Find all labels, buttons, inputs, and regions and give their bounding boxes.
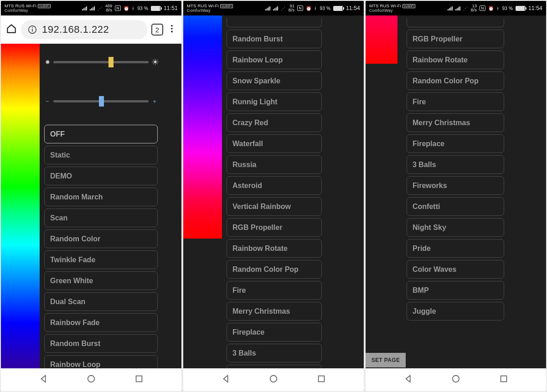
net-speed: 91B/s <box>289 4 295 12</box>
effect-option[interactable]: DEMO <box>44 167 158 185</box>
effect-option[interactable]: Fire <box>227 281 322 300</box>
url-field[interactable]: 192.168.1.222 <box>21 20 148 39</box>
effect-option[interactable]: Rainbow Loop <box>227 51 322 69</box>
svg-rect-1 <box>32 29 33 31</box>
signal-icon <box>273 6 278 10</box>
phone-screen-1: MTS RUS Wi-Fi VoWiFi ComfortWay ⋰ 489 B/… <box>1 1 181 391</box>
nav-back-icon[interactable] <box>221 374 231 386</box>
svg-point-10 <box>453 376 459 382</box>
effect-option[interactable]: Random Color Pop <box>227 260 322 279</box>
battery-pct: 93 % <box>502 6 513 11</box>
nav-home-icon[interactable] <box>451 374 461 386</box>
effect-option[interactable]: Twinkle Fade <box>44 250 158 269</box>
tab-count-button[interactable]: 2 <box>151 24 163 36</box>
brightness-slider[interactable]: ✹ ☀ <box>44 53 158 71</box>
slider-track[interactable] <box>53 100 149 102</box>
effect-option[interactable] <box>227 18 322 27</box>
android-nav-bar <box>183 368 364 391</box>
battery-pct: 93 % <box>137 6 148 11</box>
nav-back-icon[interactable] <box>403 374 413 386</box>
effect-option[interactable]: Random March <box>44 188 158 206</box>
carrier-text: MTS RUS Wi-Fi <box>187 4 219 8</box>
color-spectrum-strip[interactable] <box>366 15 397 64</box>
effect-option[interactable]: Random Burst <box>44 334 158 353</box>
effect-option[interactable]: Confetti <box>407 197 504 216</box>
effect-option[interactable]: Scan <box>44 209 158 227</box>
set-page-button[interactable]: SET PAGE <box>366 353 406 367</box>
effect-option[interactable]: BMP <box>407 281 504 300</box>
effect-option[interactable]: Color Waves <box>407 260 504 279</box>
carrier-sub: ComfortWay <box>5 8 51 13</box>
svg-rect-11 <box>501 376 506 382</box>
effect-option[interactable]: Rainbow Rotate <box>227 239 322 258</box>
svg-point-3 <box>171 25 173 27</box>
slider-track[interactable] <box>53 61 149 63</box>
effect-option[interactable]: Random Color Pop <box>407 71 504 90</box>
nav-back-icon[interactable] <box>39 374 49 386</box>
battery-icon <box>151 6 161 11</box>
url-text: 192.168.1.222 <box>42 24 109 36</box>
effect-option[interactable]: 3 Balls <box>227 344 322 362</box>
effect-option[interactable]: Juggle <box>407 302 504 321</box>
effect-option[interactable]: Fireplace <box>407 134 504 153</box>
effect-option[interactable]: Runnig Light <box>227 92 322 111</box>
nav-home-icon[interactable] <box>268 374 279 386</box>
brightness-low-icon: ✹ <box>44 59 51 66</box>
slider-thumb[interactable] <box>99 96 104 107</box>
carrier-sub: ComfortWay <box>187 8 233 13</box>
effect-option[interactable] <box>407 18 504 27</box>
effect-option[interactable]: Rainbow Fade <box>44 313 158 332</box>
clock: 11:51 <box>164 5 178 11</box>
effect-option[interactable]: Merry Christmas <box>407 113 504 132</box>
vowifi-badge: VoWiFi <box>38 4 50 8</box>
effect-option[interactable]: RGB Propeller <box>227 218 322 237</box>
home-icon[interactable] <box>5 23 17 36</box>
effect-option[interactable]: Merry Christmas <box>227 302 322 321</box>
speed-slider[interactable]: − + <box>44 92 158 110</box>
color-spectrum-strip[interactable] <box>183 15 222 239</box>
effect-option[interactable]: Snow Sparkle <box>227 71 322 90</box>
battery-icon <box>516 6 526 11</box>
effect-list: Random Burst Rainbow Loop Snow Sparkle R… <box>227 18 322 368</box>
effect-option[interactable]: Fireworks <box>407 176 504 195</box>
effect-option[interactable]: Russia <box>227 155 322 174</box>
effect-option[interactable]: RGB Propeller <box>407 30 504 48</box>
phone-screen-2: MTS RUS Wi-Fi VoWiFi ComfortWay ⋰ 91B/s … <box>183 1 364 391</box>
effect-option[interactable]: Fire <box>407 92 504 111</box>
battery-icon <box>333 6 343 11</box>
menu-dots-icon[interactable] <box>167 24 177 36</box>
bluetooth-icon: ᚼ <box>314 6 317 11</box>
signal-icon <box>448 6 453 10</box>
nav-home-icon[interactable] <box>86 374 96 386</box>
vowifi-badge: VoWiFi <box>403 4 415 8</box>
effect-option[interactable]: Vertical Rainbow <box>227 197 322 216</box>
effect-option[interactable]: Crazy Red <box>227 113 322 132</box>
effect-option[interactable]: Fireworks <box>227 365 322 368</box>
bluetooth-icon: ᚼ <box>132 6 134 11</box>
effect-option[interactable]: OFF <box>44 125 158 143</box>
effect-option[interactable]: Rainbow Rotate <box>407 51 504 69</box>
status-bar: MTS RUS Wi-Fi VoWiFi ComfortWay ⋰ 489 B/… <box>1 1 181 15</box>
phone-screen-3: MTS RUS Wi-Fi VoWiFi ComfortWay ⋰ 13B/s … <box>366 1 546 391</box>
effect-option[interactable]: Static <box>44 146 158 164</box>
slider-thumb[interactable] <box>108 57 114 67</box>
effect-option[interactable]: Random Color <box>44 229 158 248</box>
nav-recent-icon[interactable] <box>316 374 326 386</box>
effect-option[interactable]: Fireplace <box>227 323 322 341</box>
effect-option[interactable]: Rainbow Loop <box>44 355 158 368</box>
svg-point-8 <box>270 376 277 382</box>
effect-option[interactable]: Pride <box>407 239 504 258</box>
color-spectrum-strip[interactable] <box>1 44 40 368</box>
info-icon <box>27 25 37 35</box>
effect-option[interactable]: Asteroid <box>227 176 322 195</box>
signal-icon <box>82 6 87 10</box>
nav-recent-icon[interactable] <box>134 374 144 386</box>
effect-option[interactable]: Waterfall <box>227 134 322 153</box>
android-nav-bar <box>366 368 546 391</box>
effect-option[interactable]: Green White <box>44 271 158 290</box>
nav-recent-icon[interactable] <box>499 374 509 386</box>
effect-option[interactable]: 3 Balls <box>407 155 504 174</box>
effect-option[interactable]: Night Sky <box>407 218 504 237</box>
effect-option[interactable]: Dual Scan <box>44 292 158 311</box>
effect-option[interactable]: Random Burst <box>227 30 322 48</box>
